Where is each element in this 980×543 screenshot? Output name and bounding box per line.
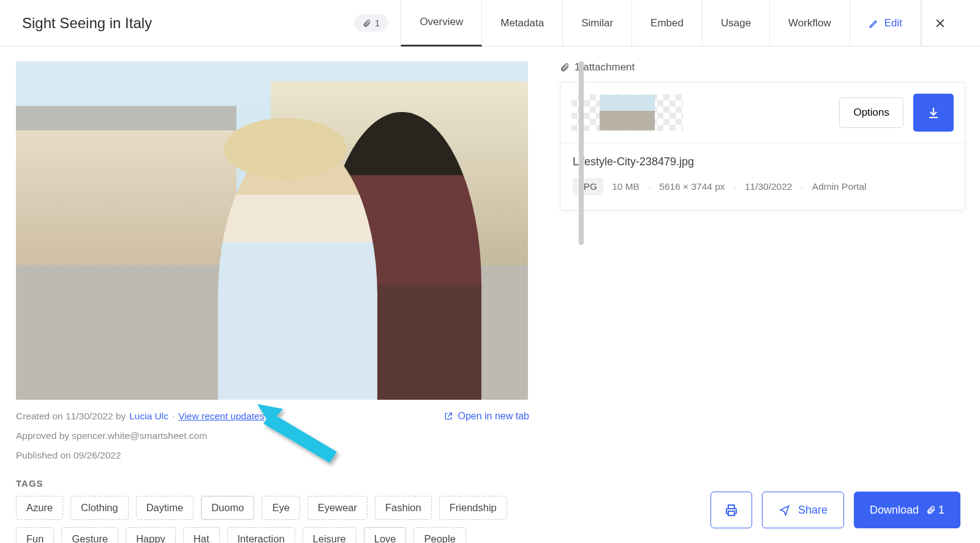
options-button[interactable]: Options <box>839 97 903 128</box>
tag-people[interactable]: People <box>413 527 466 543</box>
tab-overview[interactable]: Overview <box>401 0 482 47</box>
share-button[interactable]: Share <box>762 492 844 528</box>
dimensions-label: 5616 × 3744 px <box>659 181 725 192</box>
page-title: Sight Seeing in Italy <box>22 15 152 32</box>
published-on-label: Published on 09/26/2022 <box>16 450 529 461</box>
tag-hat[interactable]: Hat <box>183 527 220 543</box>
print-icon <box>724 503 739 517</box>
separator: · <box>734 181 736 192</box>
tab-edit-label: Edit <box>884 17 902 29</box>
tab-similar[interactable]: Similar <box>563 0 632 47</box>
separator: · <box>648 181 650 192</box>
tag-gesture[interactable]: Gesture <box>61 527 118 543</box>
tag-leisure[interactable]: Leisure <box>303 527 356 543</box>
open-new-tab-link[interactable]: Open in new tab <box>443 411 529 422</box>
open-new-tab-label: Open in new tab <box>458 411 529 422</box>
tab-edit[interactable]: Edit <box>850 0 921 47</box>
tag-daytime[interactable]: Daytime <box>136 496 194 520</box>
tab-embed[interactable]: Embed <box>632 0 703 47</box>
share-label: Share <box>798 504 827 517</box>
download-button[interactable]: Download 1 <box>854 492 960 528</box>
tags-container: AzureClothingDaytimeDuomoEyeEyewearFashi… <box>16 496 529 543</box>
tag-eye[interactable]: Eye <box>262 496 300 520</box>
pencil-icon <box>869 18 880 29</box>
tag-friendship[interactable]: Friendship <box>439 496 507 520</box>
attachment-count-pill[interactable]: 1 <box>354 14 388 32</box>
created-label: Created on 11/30/2022 by <box>16 411 126 422</box>
tab-workflow[interactable]: Workflow <box>770 0 850 47</box>
tag-eyewear[interactable]: Eyewear <box>307 496 368 520</box>
tag-fun[interactable]: Fun <box>16 527 54 543</box>
paperclip-icon <box>926 505 936 515</box>
separator: · <box>801 181 803 192</box>
attachment-filename: Lifestyle-City-238479.jpg <box>573 155 952 168</box>
scrollbar[interactable] <box>579 61 584 245</box>
tab-metadata[interactable]: Metadata <box>482 0 563 47</box>
share-icon <box>778 504 791 516</box>
close-icon <box>934 17 946 29</box>
tag-fashion[interactable]: Fashion <box>375 496 432 520</box>
attachment-download-button[interactable] <box>913 94 954 132</box>
attachment-count: 1 <box>375 18 380 28</box>
tag-duomo[interactable]: Duomo <box>201 496 254 520</box>
external-link-icon <box>443 411 453 421</box>
tag-clothing[interactable]: Clothing <box>70 496 129 520</box>
download-icon <box>926 105 941 120</box>
tag-happy[interactable]: Happy <box>126 527 176 543</box>
date-label: 11/30/2022 <box>745 181 793 192</box>
print-button[interactable] <box>710 492 752 528</box>
approved-by-label: Approved by spencer.white@smartsheet.com <box>16 430 529 441</box>
download-label: Download <box>870 504 919 517</box>
download-count: 1 <box>938 504 944 517</box>
attachment-thumbnail[interactable] <box>571 94 683 131</box>
tag-love[interactable]: Love <box>364 527 407 543</box>
attachment-card: Options Lifestyle-City-238479.jpg JPG 10… <box>560 82 965 211</box>
asset-preview-image[interactable] <box>16 61 528 400</box>
filesize-label: 10 MB <box>612 181 639 192</box>
separator: · <box>172 411 175 422</box>
close-button[interactable] <box>921 0 958 47</box>
author-link[interactable]: Lucia Ulc <box>129 411 168 422</box>
tag-interaction[interactable]: Interaction <box>227 527 295 543</box>
filetype-badge: JPG <box>573 178 603 195</box>
paperclip-icon <box>560 62 570 72</box>
portal-label: Admin Portal <box>812 181 867 192</box>
tags-header: TAGS <box>16 478 529 489</box>
tab-usage[interactable]: Usage <box>703 0 770 47</box>
tag-azure[interactable]: Azure <box>16 496 63 520</box>
view-recent-updates-link[interactable]: View recent updates <box>178 411 264 422</box>
paperclip-icon <box>363 19 371 28</box>
